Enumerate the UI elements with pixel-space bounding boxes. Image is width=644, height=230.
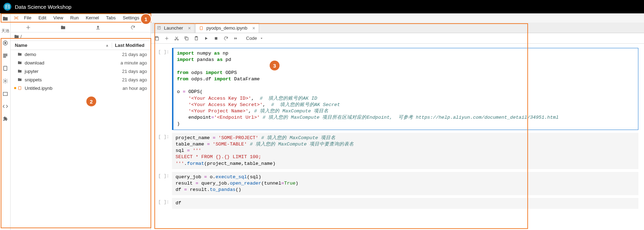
svg-rect-9	[158, 26, 160, 29]
code-cell[interactable]: [ ]:import numpy as np import pandas as …	[151, 46, 644, 131]
folder-item[interactable]: snippets21 days ago	[11, 75, 151, 84]
cell-source[interactable]: df	[172, 198, 638, 209]
title-bar: 曰 Data Science Workshop	[0, 0, 644, 13]
svg-rect-7	[3, 92, 7, 95]
activity-label-tianchi[interactable]: 天池	[1, 28, 9, 33]
folder-icon	[17, 61, 23, 65]
extension-tab-icon[interactable]	[2, 116, 8, 122]
file-name: snippets	[23, 77, 111, 82]
cell-source[interactable]: query_job = o.execute_sql(sql) result = …	[172, 172, 638, 195]
svg-point-6	[5, 80, 6, 82]
file-name: Untitled.ipynb	[23, 86, 111, 91]
svg-rect-4	[3, 57, 6, 58]
menu-edit[interactable]: Edit	[35, 14, 50, 21]
code-tab-icon[interactable]	[2, 103, 8, 110]
cell-prompt: [ ]:	[151, 172, 172, 195]
close-icon[interactable]: ×	[252, 25, 255, 31]
settings-tab-icon[interactable]	[2, 78, 8, 84]
code-cell[interactable]: [ ]:df	[151, 197, 644, 210]
running-tab-icon[interactable]	[2, 40, 8, 46]
filelist-header: Name▲ Last Modified	[11, 41, 151, 50]
cut-button[interactable]	[173, 35, 180, 42]
activity-bar: 天池	[0, 13, 11, 230]
menu-run[interactable]: Run	[67, 14, 82, 21]
file-name: demo	[23, 52, 111, 57]
running-indicator-icon	[14, 87, 16, 89]
tab-pyodps-demo-ipynb[interactable]: pyodps_demo.ipynb×	[195, 23, 259, 33]
menu-settings[interactable]: Settings	[119, 14, 143, 21]
save-button[interactable]	[154, 35, 160, 42]
svg-rect-8	[19, 87, 21, 90]
tab-label: pyodps_demo.ipynb	[206, 25, 247, 31]
column-modified[interactable]: Last Modified	[112, 43, 151, 48]
tab-label: Launcher	[164, 25, 183, 31]
column-name[interactable]: Name▲	[11, 43, 112, 48]
menu-view[interactable]: View	[50, 14, 67, 21]
tabs-tab-icon[interactable]	[2, 91, 8, 97]
menu-file[interactable]: File	[20, 14, 35, 21]
folder-icon	[14, 34, 19, 39]
cell-source[interactable]: project_name = 'SOME-PROJECT' # 填入您的 Max…	[172, 133, 638, 169]
file-modified: a minute ago	[111, 60, 147, 66]
file-name: download	[23, 60, 111, 66]
breadcrumb[interactable]: /	[11, 32, 151, 41]
svg-rect-17	[215, 37, 217, 39]
folder-item[interactable]: demo21 days ago	[11, 50, 151, 58]
document-tab-icon[interactable]	[2, 65, 8, 72]
copy-button[interactable]	[183, 35, 190, 42]
upload-button[interactable]	[81, 23, 116, 32]
cell-prompt: [ ]:	[151, 198, 172, 209]
folder-item[interactable]: downloada minute ago	[11, 58, 151, 67]
filebrowser-toolbar	[11, 23, 151, 32]
file-modified: 21 days ago	[111, 69, 147, 74]
notebook-item[interactable]: Untitled.ipynban hour ago	[11, 84, 151, 92]
notebook-icon	[199, 26, 204, 31]
folder-tab-icon[interactable]	[2, 15, 8, 22]
file-list: demo21 days agodownloada minute agojupyt…	[11, 50, 151, 230]
stop-button[interactable]	[213, 35, 219, 42]
file-name: jupyter	[23, 69, 111, 74]
insert-cell-button[interactable]	[164, 35, 170, 42]
paste-button[interactable]	[193, 35, 200, 42]
menu-kernel[interactable]: Kernel	[82, 14, 103, 21]
cell-type-select[interactable]: Code	[246, 36, 263, 41]
tab-bar: Launcher×pyodps_demo.ipynb×	[151, 23, 644, 33]
launcher-icon	[157, 26, 162, 31]
chevron-down-icon	[260, 37, 263, 40]
app-logo-icon: 曰	[4, 3, 11, 11]
restart-run-all-button[interactable]	[233, 35, 239, 42]
file-modified: 21 days ago	[111, 52, 147, 57]
folder-icon	[17, 52, 23, 56]
svg-rect-2	[3, 54, 7, 55]
folder-item[interactable]: jupyter21 days ago	[11, 67, 151, 75]
tab-launcher[interactable]: Launcher×	[153, 23, 195, 33]
commands-tab-icon[interactable]	[2, 52, 8, 59]
callout-1: 1	[141, 14, 151, 24]
breadcrumb-path: /	[20, 34, 22, 39]
new-launcher-button[interactable]	[11, 23, 45, 32]
svg-rect-14	[186, 37, 188, 40]
menu-bar: FileEditViewRunKernelTabsSettingsHelp	[11, 13, 151, 23]
folder-icon	[17, 69, 23, 73]
svg-rect-5	[4, 66, 7, 70]
close-icon[interactable]: ×	[188, 25, 191, 31]
refresh-button[interactable]	[116, 23, 151, 32]
file-modified: 21 days ago	[111, 77, 147, 82]
svg-rect-10	[200, 26, 203, 30]
file-modified: an hour ago	[111, 86, 147, 91]
svg-rect-3	[3, 55, 7, 56]
restart-button[interactable]	[223, 35, 229, 42]
cell-prompt: [ ]:	[151, 133, 172, 169]
sort-asc-icon: ▲	[105, 43, 109, 47]
menu-tabs[interactable]: Tabs	[103, 14, 119, 21]
left-panel: FileEditViewRunKernelTabsSettingsHelp / …	[11, 13, 151, 230]
code-cell[interactable]: [ ]:project_name = 'SOME-PROJECT' # 填入您的…	[151, 131, 644, 170]
code-cell[interactable]: [ ]:query_job = o.execute_sql(sql) resul…	[151, 170, 644, 197]
new-folder-button[interactable]	[45, 23, 80, 32]
main-area: Launcher×pyodps_demo.ipynb× Code [ ]:imp…	[151, 13, 644, 230]
notebook-cells: [ ]:import numpy as np import pandas as …	[151, 44, 644, 230]
callout-2: 2	[86, 97, 96, 106]
run-button[interactable]	[203, 35, 209, 42]
cell-source[interactable]: import numpy as np import pandas as pd f…	[172, 48, 638, 130]
jupyter-logo-icon	[13, 14, 20, 22]
